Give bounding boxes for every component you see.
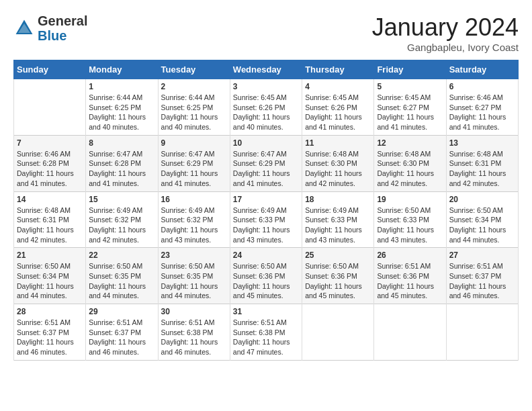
day-number: 23	[161, 250, 227, 260]
month-title: January 2024	[372, 13, 519, 42]
calendar-cell: 15Sunrise: 6:49 AMSunset: 6:32 PMDayligh…	[86, 191, 158, 248]
calendar-header: SundayMondayTuesdayWednesdayThursdayFrid…	[14, 60, 519, 79]
cell-info: Sunrise: 6:50 AMSunset: 6:36 PMDaylight:…	[233, 261, 299, 301]
day-number: 27	[449, 250, 515, 260]
calendar-cell: 8Sunrise: 6:47 AMSunset: 6:28 PMDaylight…	[86, 135, 158, 191]
day-number: 15	[89, 195, 154, 204]
calendar-cell	[446, 304, 518, 361]
day-number: 18	[305, 195, 371, 204]
cell-info: Sunrise: 6:45 AMSunset: 6:26 PMDaylight:…	[305, 93, 371, 132]
calendar-cell: 26Sunrise: 6:51 AMSunset: 6:36 PMDayligh…	[374, 248, 446, 304]
calendar-cell: 25Sunrise: 6:50 AMSunset: 6:36 PMDayligh…	[302, 248, 374, 304]
header-day-sunday: Sunday	[14, 60, 86, 79]
week-row-4: 28Sunrise: 6:51 AMSunset: 6:37 PMDayligh…	[14, 304, 519, 361]
day-number: 7	[17, 138, 83, 148]
calendar-cell: 19Sunrise: 6:50 AMSunset: 6:33 PMDayligh…	[374, 191, 446, 248]
day-number: 19	[377, 195, 443, 204]
cell-info: Sunrise: 6:47 AMSunset: 6:29 PMDaylight:…	[161, 149, 227, 189]
cell-info: Sunrise: 6:51 AMSunset: 6:37 PMDaylight:…	[89, 318, 154, 357]
calendar-cell: 31Sunrise: 6:51 AMSunset: 6:38 PMDayligh…	[230, 304, 302, 361]
week-row-2: 14Sunrise: 6:48 AMSunset: 6:31 PMDayligh…	[14, 191, 519, 248]
location: Gangbapleu, Ivory Coast	[372, 42, 519, 53]
cell-info: Sunrise: 6:47 AMSunset: 6:28 PMDaylight:…	[89, 149, 154, 189]
calendar-cell: 17Sunrise: 6:49 AMSunset: 6:33 PMDayligh…	[230, 191, 302, 248]
calendar-cell: 16Sunrise: 6:49 AMSunset: 6:32 PMDayligh…	[158, 191, 230, 248]
cell-info: Sunrise: 6:45 AMSunset: 6:27 PMDaylight:…	[377, 93, 443, 132]
logo-icon	[13, 17, 35, 39]
calendar-cell	[14, 79, 86, 136]
day-number: 9	[161, 138, 227, 148]
calendar-cell: 28Sunrise: 6:51 AMSunset: 6:37 PMDayligh…	[14, 304, 86, 361]
cell-info: Sunrise: 6:50 AMSunset: 6:35 PMDaylight:…	[161, 261, 227, 301]
calendar-cell: 27Sunrise: 6:51 AMSunset: 6:37 PMDayligh…	[446, 248, 518, 304]
calendar-cell: 2Sunrise: 6:44 AMSunset: 6:25 PMDaylight…	[158, 79, 230, 136]
day-number: 4	[305, 82, 371, 91]
day-number: 20	[449, 195, 515, 204]
day-number: 13	[449, 138, 515, 148]
week-row-0: 1Sunrise: 6:44 AMSunset: 6:25 PMDaylight…	[14, 79, 519, 136]
week-row-1: 7Sunrise: 6:46 AMSunset: 6:28 PMDaylight…	[14, 135, 519, 191]
cell-info: Sunrise: 6:48 AMSunset: 6:30 PMDaylight:…	[305, 149, 371, 189]
day-number: 30	[161, 307, 227, 316]
calendar-cell: 14Sunrise: 6:48 AMSunset: 6:31 PMDayligh…	[14, 191, 86, 248]
cell-info: Sunrise: 6:49 AMSunset: 6:32 PMDaylight:…	[161, 205, 227, 245]
day-number: 22	[89, 250, 154, 260]
cell-info: Sunrise: 6:48 AMSunset: 6:31 PMDaylight:…	[17, 205, 83, 245]
header-row: SundayMondayTuesdayWednesdayThursdayFrid…	[14, 60, 519, 79]
header-day-thursday: Thursday	[302, 60, 374, 79]
logo-text: General Blue	[38, 13, 87, 43]
day-number: 11	[305, 138, 371, 148]
cell-info: Sunrise: 6:51 AMSunset: 6:38 PMDaylight:…	[161, 318, 227, 357]
cell-info: Sunrise: 6:50 AMSunset: 6:33 PMDaylight:…	[377, 205, 443, 245]
day-number: 2	[161, 82, 227, 91]
calendar-cell: 6Sunrise: 6:46 AMSunset: 6:27 PMDaylight…	[446, 79, 518, 136]
day-number: 24	[233, 250, 299, 260]
header-day-monday: Monday	[86, 60, 158, 79]
header-day-tuesday: Tuesday	[158, 60, 230, 79]
day-number: 1	[89, 82, 154, 91]
calendar-cell: 5Sunrise: 6:45 AMSunset: 6:27 PMDaylight…	[374, 79, 446, 136]
calendar-cell: 23Sunrise: 6:50 AMSunset: 6:35 PMDayligh…	[158, 248, 230, 304]
calendar-cell: 20Sunrise: 6:50 AMSunset: 6:34 PMDayligh…	[446, 191, 518, 248]
day-number: 5	[377, 82, 443, 91]
cell-info: Sunrise: 6:49 AMSunset: 6:33 PMDaylight:…	[305, 205, 371, 245]
calendar-cell: 24Sunrise: 6:50 AMSunset: 6:36 PMDayligh…	[230, 248, 302, 304]
title-block: January 2024 Gangbapleu, Ivory Coast	[372, 13, 519, 53]
cell-info: Sunrise: 6:49 AMSunset: 6:32 PMDaylight:…	[89, 205, 154, 245]
logo: General Blue	[13, 13, 87, 43]
cell-info: Sunrise: 6:51 AMSunset: 6:36 PMDaylight:…	[377, 261, 443, 301]
day-number: 14	[17, 195, 83, 204]
day-number: 16	[161, 195, 227, 204]
calendar-cell: 10Sunrise: 6:47 AMSunset: 6:29 PMDayligh…	[230, 135, 302, 191]
calendar-cell: 11Sunrise: 6:48 AMSunset: 6:30 PMDayligh…	[302, 135, 374, 191]
cell-info: Sunrise: 6:50 AMSunset: 6:34 PMDaylight:…	[449, 205, 515, 245]
cell-info: Sunrise: 6:48 AMSunset: 6:31 PMDaylight:…	[449, 149, 515, 189]
day-number: 26	[377, 250, 443, 260]
calendar-cell: 7Sunrise: 6:46 AMSunset: 6:28 PMDaylight…	[14, 135, 86, 191]
calendar-cell: 21Sunrise: 6:50 AMSunset: 6:34 PMDayligh…	[14, 248, 86, 304]
header-day-friday: Friday	[374, 60, 446, 79]
calendar-cell: 29Sunrise: 6:51 AMSunset: 6:37 PMDayligh…	[86, 304, 158, 361]
day-number: 12	[377, 138, 443, 148]
cell-info: Sunrise: 6:50 AMSunset: 6:34 PMDaylight:…	[17, 261, 83, 301]
cell-info: Sunrise: 6:48 AMSunset: 6:30 PMDaylight:…	[377, 149, 443, 189]
cell-info: Sunrise: 6:51 AMSunset: 6:37 PMDaylight:…	[449, 261, 515, 301]
week-row-3: 21Sunrise: 6:50 AMSunset: 6:34 PMDayligh…	[14, 248, 519, 304]
cell-info: Sunrise: 6:51 AMSunset: 6:37 PMDaylight:…	[17, 318, 83, 357]
cell-info: Sunrise: 6:46 AMSunset: 6:27 PMDaylight:…	[449, 93, 515, 132]
day-number: 25	[305, 250, 371, 260]
calendar-cell	[302, 304, 374, 361]
calendar-cell: 1Sunrise: 6:44 AMSunset: 6:25 PMDaylight…	[86, 79, 158, 136]
day-number: 8	[89, 138, 154, 148]
cell-info: Sunrise: 6:50 AMSunset: 6:35 PMDaylight:…	[89, 261, 154, 301]
day-number: 28	[17, 307, 83, 316]
day-number: 3	[233, 82, 299, 91]
calendar-cell: 3Sunrise: 6:45 AMSunset: 6:26 PMDaylight…	[230, 79, 302, 136]
cell-info: Sunrise: 6:44 AMSunset: 6:25 PMDaylight:…	[89, 93, 154, 132]
calendar-cell: 9Sunrise: 6:47 AMSunset: 6:29 PMDaylight…	[158, 135, 230, 191]
calendar-cell: 18Sunrise: 6:49 AMSunset: 6:33 PMDayligh…	[302, 191, 374, 248]
day-number: 17	[233, 195, 299, 204]
cell-info: Sunrise: 6:45 AMSunset: 6:26 PMDaylight:…	[233, 93, 299, 132]
calendar-cell: 12Sunrise: 6:48 AMSunset: 6:30 PMDayligh…	[374, 135, 446, 191]
cell-info: Sunrise: 6:44 AMSunset: 6:25 PMDaylight:…	[161, 93, 227, 132]
